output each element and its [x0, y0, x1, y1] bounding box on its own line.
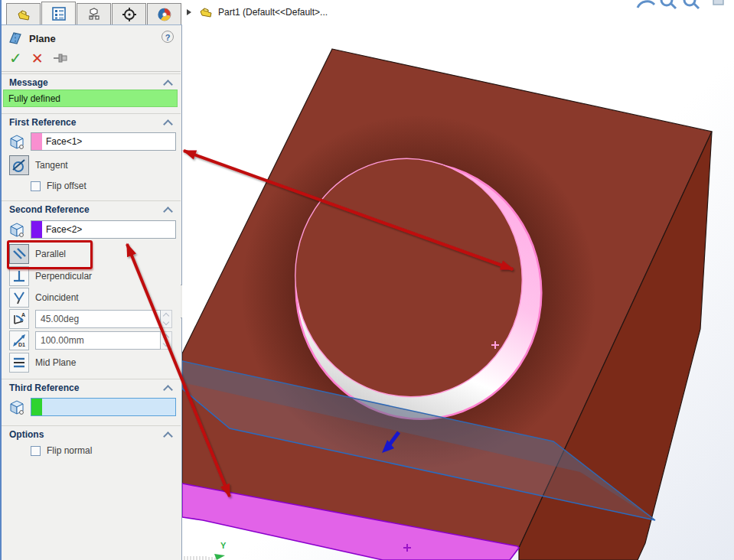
distance-stepper[interactable] — [161, 331, 172, 350]
flyout-feature-tree[interactable]: Part1 (Default<<Default>... — [187, 6, 328, 18]
section-header-third-reference[interactable]: Third Reference — [2, 379, 181, 394]
selection-color-swatch — [31, 221, 42, 238]
section-header-first-reference[interactable]: First Reference — [2, 113, 181, 129]
selection-color-swatch — [31, 399, 42, 415]
configuration-manager-icon — [86, 7, 103, 22]
propertymanager-icon — [51, 6, 67, 21]
graphics-viewport[interactable]: Y — [182, 0, 734, 560]
flip-normal-checkbox[interactable] — [31, 446, 41, 456]
reference-entity-icon — [8, 132, 26, 151]
tab-displaymanager[interactable] — [147, 3, 181, 24]
reference-entity-icon — [8, 220, 26, 239]
part-icon — [199, 6, 213, 18]
angle-field[interactable]: 45.00deg — [35, 310, 161, 328]
flip-offset-label: Flip offset — [47, 181, 86, 191]
section-header-options[interactable]: Options — [2, 425, 181, 441]
flip-offset-checkbox[interactable] — [31, 181, 41, 191]
ok-button[interactable]: ✓ — [9, 49, 22, 67]
perpendicular-label: Perpendicular — [35, 271, 92, 282]
pin-icon[interactable] — [53, 53, 70, 63]
tangent-label: Tangent — [35, 160, 68, 171]
section-header-second-reference[interactable]: Second Reference — [2, 200, 181, 216]
angle-button[interactable]: A — [9, 309, 29, 329]
part-icon — [15, 7, 32, 22]
collapse-chevron-icon — [163, 385, 173, 395]
status-message: Fully defined — [3, 90, 178, 107]
annotation-highlight-box — [7, 240, 93, 269]
page-title: Plane — [29, 33, 56, 44]
collapse-chevron-icon — [163, 431, 173, 441]
distance-icon: D1 — [11, 333, 27, 348]
mid-plane-icon — [11, 355, 27, 370]
angle-icon: A — [11, 311, 27, 327]
first-reference-selection-box[interactable]: Face<1> — [31, 132, 176, 151]
svg-text:Y: Y — [220, 541, 227, 550]
reference-entity-icon — [8, 398, 26, 416]
property-manager-panel: Plane ? ✓ ✕ Message Fully defined First … — [0, 0, 182, 560]
section-header-message[interactable]: Message — [2, 73, 181, 89]
coincident-icon — [11, 290, 27, 305]
tab-configuration-manager[interactable] — [77, 3, 111, 24]
perpendicular-icon — [11, 269, 27, 284]
second-reference-selection-box[interactable]: Face<2> — [31, 220, 176, 239]
tangent-icon — [11, 158, 27, 173]
expand-triangle-icon[interactable] — [187, 9, 191, 15]
collapse-chevron-icon — [163, 119, 173, 129]
coincident-label: Coincident — [35, 292, 79, 303]
svg-text:D1: D1 — [18, 342, 25, 347]
target-icon — [121, 7, 138, 22]
tab-propertymanager[interactable] — [41, 2, 76, 24]
tab-featuremanager-design-tree[interactable] — [6, 3, 41, 24]
third-reference-selection-box[interactable] — [31, 398, 176, 416]
selection-color-swatch — [31, 133, 42, 150]
display-sphere-icon — [156, 7, 173, 22]
coincident-button[interactable] — [9, 288, 29, 308]
mid-plane-button[interactable] — [9, 353, 29, 373]
distance-field[interactable]: 100.00mm — [35, 331, 161, 350]
tangent-button[interactable] — [9, 155, 29, 175]
angle-stepper[interactable] — [161, 310, 172, 328]
cancel-button[interactable]: ✕ — [31, 50, 44, 67]
svg-text:A: A — [21, 312, 25, 317]
plane-icon — [8, 31, 23, 46]
flip-normal-label: Flip normal — [47, 445, 92, 456]
tab-dimxpertmanager[interactable] — [112, 3, 146, 24]
feature-tree-label: Part1 (Default<<Default>... — [218, 7, 328, 18]
distance-button[interactable]: D1 — [9, 330, 29, 350]
panel-tab-bar — [2, 0, 182, 25]
mid-plane-label: Mid Plane — [35, 357, 76, 368]
help-icon[interactable]: ? — [161, 31, 174, 43]
collapse-chevron-icon — [163, 207, 173, 217]
collapse-chevron-icon — [163, 80, 173, 90]
